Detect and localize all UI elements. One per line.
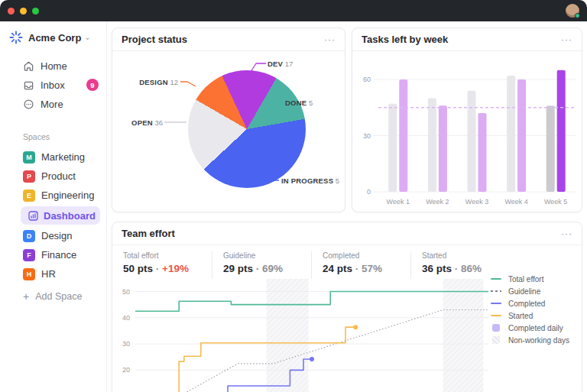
inbox-icon bbox=[23, 79, 34, 91]
svg-text:Week 3: Week 3 bbox=[465, 198, 488, 206]
legend-item-non-working-days: Non-working days bbox=[490, 334, 569, 346]
card-title: Project status bbox=[122, 34, 187, 45]
space-label: HR bbox=[41, 268, 56, 280]
card-menu-icon[interactable]: ··· bbox=[561, 229, 572, 238]
space-avatar: P bbox=[23, 170, 35, 183]
pie-chart-area: DEV 17 DONE 5 IN PROGRESS 5 OPEN 36 DESI… bbox=[112, 51, 345, 212]
completed-daily-square-swatch-icon bbox=[490, 324, 502, 332]
stat-completed: Completed 24 pts · 57% bbox=[311, 251, 410, 279]
space-label: Engineering bbox=[41, 190, 94, 201]
svg-text:40: 40 bbox=[122, 314, 130, 322]
sidebar-item-label: Dashboard bbox=[44, 210, 96, 222]
workspace-name: Acme Corp bbox=[28, 32, 81, 44]
stat-guideline: Guideline 29 pts · 69% bbox=[212, 251, 311, 279]
bar-chart-area: 03060Week 1Week 2Week 3Week 4Week 5 bbox=[352, 51, 582, 216]
space-avatar: M bbox=[23, 151, 35, 164]
legend-item-guideline: Guideline bbox=[490, 285, 569, 297]
minimize-window-button[interactable] bbox=[20, 8, 27, 15]
svg-text:Week 1: Week 1 bbox=[387, 198, 410, 206]
close-window-button[interactable] bbox=[8, 8, 15, 15]
space-avatar: F bbox=[23, 249, 35, 261]
pie-label-done: DONE 5 bbox=[285, 99, 313, 107]
team-effort-card: Team effort ··· Total effort 50 pts · +1… bbox=[112, 222, 582, 392]
guideline-dash-swatch-icon bbox=[490, 290, 502, 292]
svg-text:Week 4: Week 4 bbox=[504, 198, 527, 206]
space-label: Design bbox=[41, 230, 72, 241]
svg-text:30: 30 bbox=[122, 340, 130, 348]
legend-item-completed: Completed bbox=[490, 297, 569, 309]
user-avatar[interactable] bbox=[566, 4, 579, 18]
legend-item-total-effort: Total effort bbox=[490, 273, 569, 285]
inbox-unread-badge: 9 bbox=[86, 79, 99, 91]
sidebar-item-label: Home bbox=[41, 60, 67, 72]
pie-label-open: OPEN 36 bbox=[128, 118, 163, 127]
svg-text:30: 30 bbox=[363, 132, 371, 140]
sidebar-item-marketing[interactable]: M Marketing bbox=[0, 147, 106, 167]
svg-text:0: 0 bbox=[367, 188, 371, 196]
total-effort-line-swatch-icon bbox=[490, 278, 502, 280]
sidebar-item-product[interactable]: P Product bbox=[0, 167, 106, 186]
app-window: Acme Corp ⌄ Home Inbox 9 More Spaces bbox=[0, 0, 587, 392]
add-space-button[interactable]: + Add Space bbox=[0, 287, 106, 306]
add-space-label: Add Space bbox=[35, 291, 82, 302]
chevron-down-icon: ⌄ bbox=[84, 34, 90, 41]
sidebar-item-home[interactable]: Home bbox=[0, 57, 106, 76]
sidebar: Acme Corp ⌄ Home Inbox 9 More Spaces bbox=[0, 21, 107, 392]
home-icon bbox=[23, 60, 34, 72]
pie-label-design: DESIGN 12 bbox=[134, 78, 178, 86]
stat-total-effort: Total effort 50 pts · +19% bbox=[112, 251, 212, 279]
maximize-window-button[interactable] bbox=[32, 8, 39, 15]
svg-text:50: 50 bbox=[122, 288, 130, 296]
card-menu-icon[interactable]: ··· bbox=[561, 35, 572, 44]
legend-item-completed-daily: Completed daily bbox=[490, 322, 569, 334]
svg-text:60: 60 bbox=[363, 76, 371, 83]
sidebar-item-dashboard[interactable]: Dashboard bbox=[21, 206, 100, 225]
space-label: Product bbox=[41, 170, 76, 182]
space-avatar: H bbox=[23, 268, 35, 280]
pie-label-dev: DEV 17 bbox=[268, 60, 293, 68]
main-content: Project status ··· DEV 17 DO bbox=[107, 21, 587, 392]
space-avatar: E bbox=[23, 190, 35, 202]
completed-line-swatch-icon bbox=[490, 303, 502, 304]
space-label: Finance bbox=[41, 249, 76, 261]
online-status-dot bbox=[575, 13, 580, 18]
svg-text:20: 20 bbox=[122, 366, 130, 374]
sidebar-item-more[interactable]: More bbox=[0, 95, 106, 114]
spaces-section-label: Spaces bbox=[0, 114, 106, 147]
dashboard-chart-icon bbox=[28, 211, 38, 221]
workspace-logo-icon bbox=[9, 31, 23, 44]
sidebar-item-label: More bbox=[41, 99, 63, 110]
started-line-swatch-icon bbox=[490, 315, 502, 316]
sidebar-item-finance[interactable]: F Finance bbox=[0, 245, 106, 264]
legend-item-started: Started bbox=[490, 309, 569, 322]
project-status-pie[interactable] bbox=[188, 70, 306, 188]
svg-text:Week 5: Week 5 bbox=[544, 198, 567, 206]
card-title: Tasks left by week bbox=[362, 34, 448, 45]
team-effort-line-chart[interactable]: 50403020 bbox=[112, 279, 495, 392]
tasks-bar-chart[interactable]: 03060Week 1Week 2Week 3Week 4Week 5 bbox=[352, 53, 582, 213]
sidebar-item-hr[interactable]: H HR bbox=[0, 264, 106, 283]
titlebar bbox=[0, 0, 587, 21]
sidebar-item-label: Inbox bbox=[41, 79, 65, 91]
plus-icon: + bbox=[23, 290, 29, 303]
sidebar-item-design[interactable]: D Design bbox=[0, 226, 106, 245]
card-title: Team effort bbox=[122, 228, 175, 239]
space-avatar: D bbox=[23, 230, 35, 242]
card-menu-icon[interactable]: ··· bbox=[324, 35, 336, 44]
sidebar-item-inbox[interactable]: Inbox 9 bbox=[0, 76, 106, 95]
more-circle-icon bbox=[23, 99, 34, 110]
sidebar-nav: Home Inbox 9 More bbox=[0, 52, 106, 114]
non-working-days-hatch-swatch-icon bbox=[490, 336, 502, 344]
workspace-switcher[interactable]: Acme Corp ⌄ bbox=[0, 29, 106, 52]
pie-label-in-progress: IN PROGRESS 5 bbox=[281, 177, 339, 185]
chart-legend: Total effort Guideline Completed St bbox=[490, 273, 569, 346]
tasks-left-card: Tasks left by week ··· 03060Week 1Week 2… bbox=[352, 28, 582, 212]
project-status-card: Project status ··· DEV 17 DO bbox=[112, 28, 345, 212]
sidebar-item-engineering[interactable]: E Engineering bbox=[0, 186, 106, 205]
svg-text:Week 2: Week 2 bbox=[426, 198, 449, 206]
space-label: Marketing bbox=[41, 151, 85, 163]
